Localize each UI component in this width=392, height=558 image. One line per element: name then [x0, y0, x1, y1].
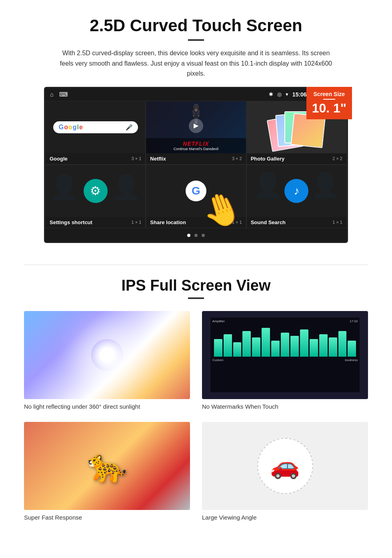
amp-bar [271, 341, 280, 357]
feature-sunlight: No light reflecting under 360° direct su… [24, 311, 190, 410]
screen-size-badge: Screen Size 10. 1" [306, 87, 352, 119]
sound-app-name: Sound Search [251, 219, 286, 225]
amp-title: Amplifier [212, 319, 225, 323]
netflix-subtitle: Continue Marvel's Daredevil [149, 147, 242, 151]
status-left-icons: ⌂ ⌨ [50, 91, 68, 98]
amp-custom-label: Custom [212, 358, 224, 362]
netflix-label-row: Netflix 3 × 2 [146, 153, 246, 164]
amp-bar [329, 337, 337, 357]
google-thumbnail: Google 🎤 [46, 101, 145, 153]
mic-icon[interactable]: 🎤 [126, 124, 132, 130]
netflix-app-name: Netflix [150, 156, 166, 162]
amp-bar [281, 333, 289, 357]
section2-divider [188, 297, 204, 299]
section1-description: With 2.5D curved-display screen, this de… [56, 48, 336, 79]
sound-icon: ♪ [284, 179, 308, 203]
amplifier-visual: Amplifier 17:33 Custom loudness [202, 311, 368, 399]
amp-bar [252, 337, 260, 357]
share-location-app-cell[interactable]: G 🤚 Share location 1 × 1 [146, 165, 246, 228]
badge-label: Screen Size [312, 91, 346, 97]
amp-bar [338, 331, 347, 357]
settings-thumbnail: 👤 👤 ⚙ [46, 165, 145, 217]
cheetah-image: 🐆 [24, 422, 190, 510]
netflix-app-cell[interactable]: 🕴 ▶ NETFLIX Continue Marvel's Daredevil … [146, 101, 246, 165]
title-divider [188, 39, 204, 41]
cheetah-visual: 🐆 [24, 422, 190, 510]
section-ips-screen: IPS Full Screen View No light reflecting… [0, 277, 392, 529]
home-icon[interactable]: ⌂ [50, 91, 54, 98]
share-location-thumbnail: G 🤚 [146, 165, 246, 217]
photo-app-name: Photo Gallery [251, 156, 285, 162]
sunlight-visual [24, 311, 190, 399]
netflix-app-size: 3 × 2 [232, 156, 242, 161]
photo-label-row: Photo Gallery 2 × 2 [247, 153, 346, 164]
sound-search-thumbnail: 👤 👤 ♪ [247, 165, 346, 217]
section-curved-screen: 2.5D Curved Touch Screen With 2.5D curve… [0, 0, 392, 253]
amp-bar [262, 328, 270, 357]
app-grid-row2: 👤 👤 ⚙ Settings shortcut 1 × 1 G 🤚 [45, 165, 347, 228]
app-grid-row1: Google 🎤 Google 3 × 1 🕴 [45, 101, 347, 165]
feature-cheetah: 🐆 Super Fast Response [24, 422, 190, 521]
badge-size: 10. 1" [312, 101, 346, 115]
device-frame: ⌂ ⌨ ✱ ◎ ▾ 15:06 ⊙ ◁) ⊠ ▭ [44, 87, 348, 243]
amplifier-caption: No Watermarks When Touch [202, 403, 368, 410]
dot-3[interactable] [202, 234, 205, 237]
sound-app-size: 1 × 1 [332, 220, 342, 225]
pagination-dots [45, 228, 347, 242]
badge-divider [323, 99, 335, 100]
netflix-logo: NETFLIX [149, 141, 242, 147]
car-image: 🚗 [202, 422, 368, 510]
amp-bar [214, 339, 222, 357]
amplifier-image: Amplifier 17:33 Custom loudness [202, 311, 368, 399]
amp-bar [300, 329, 308, 357]
bluetooth-icon: ✱ [269, 91, 273, 97]
section2-title: IPS Full Screen View [24, 277, 368, 294]
amp-bar [319, 334, 328, 357]
sun-glow [91, 339, 123, 371]
amp-bars [212, 325, 358, 357]
sound-label-row: Sound Search 1 × 1 [247, 217, 346, 228]
settings-bg-figure1: 👤 [50, 173, 80, 201]
sunlight-image [24, 311, 190, 399]
amp-footer: Custom loudness [212, 358, 358, 362]
amp-header: Amplifier 17:33 [212, 319, 358, 323]
settings-app-size: 1 × 1 [132, 220, 142, 225]
amp-bar [233, 342, 242, 357]
amp-bar [348, 341, 356, 357]
amp-screen: Amplifier 17:33 Custom loudness [210, 317, 360, 392]
sound-search-app-cell[interactable]: 👤 👤 ♪ Sound Search 1 × 1 [246, 165, 347, 228]
settings-app-cell[interactable]: 👤 👤 ⚙ Settings shortcut 1 × 1 [45, 165, 146, 228]
section1-title: 2.5D Curved Touch Screen [24, 16, 368, 35]
dot-1[interactable] [187, 234, 190, 237]
cheetah-caption: Super Fast Response [24, 514, 190, 521]
location-icon: ◎ [277, 91, 282, 97]
settings-label-row: Settings shortcut 1 × 1 [46, 217, 145, 228]
feature-car: 🚗 Large Viewing Angle [202, 422, 368, 521]
device-wrapper: Screen Size 10. 1" ⌂ ⌨ ✱ ◎ ▾ 15:06 ⊙ ◁) … [44, 87, 348, 243]
google-label-row: Google 3 × 1 [46, 153, 145, 164]
google-app-name: Google [50, 156, 68, 162]
usb-icon: ⌨ [59, 91, 68, 98]
amp-bar [224, 334, 232, 357]
section-divider [24, 265, 368, 265]
cheetah-icon: 🐆 [87, 447, 127, 485]
status-bar: ⌂ ⌨ ✱ ◎ ▾ 15:06 ⊙ ◁) ⊠ ▭ [45, 88, 347, 101]
google-search-bar[interactable]: Google 🎤 [53, 121, 138, 133]
amp-bar [310, 339, 318, 357]
amp-time: 17:33 [350, 319, 358, 323]
settings-bg-figure2: 👤 [111, 173, 141, 201]
car-circle: 🚗 [257, 438, 313, 494]
google-logo: Google [59, 124, 83, 131]
sunlight-caption: No light reflecting under 360° direct su… [24, 403, 190, 410]
share-app-name: Share location [150, 219, 186, 225]
feature-amplifier: Amplifier 17:33 Custom loudness No Water… [202, 311, 368, 410]
photo-app-size: 2 × 2 [332, 156, 342, 161]
amp-bar [242, 331, 251, 357]
play-button[interactable]: ▶ [189, 118, 203, 133]
car-visual: 🚗 [202, 422, 368, 510]
google-app-cell[interactable]: Google 🎤 Google 3 × 1 [45, 101, 146, 165]
status-time: 15:06 [292, 91, 307, 98]
amp-loudness-label: loudness [345, 358, 358, 362]
dot-2[interactable] [194, 234, 198, 237]
settings-app-name: Settings shortcut [50, 219, 92, 225]
